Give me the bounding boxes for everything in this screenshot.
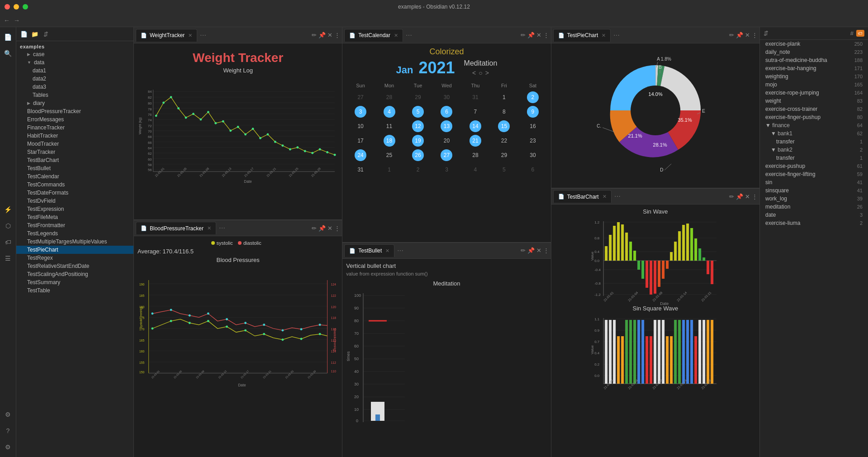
edit-icon6[interactable]: ✏: [729, 193, 734, 200]
cal-day[interactable]: 24: [355, 149, 366, 161]
cal-day[interactable]: 19: [412, 135, 424, 147]
cal-day[interactable]: 26: [412, 149, 424, 161]
maximize-button[interactable]: [23, 4, 28, 10]
cal-day[interactable]: 5: [412, 106, 424, 118]
pin-icon3[interactable]: 📌: [527, 32, 535, 38]
tag-bank2-transfer[interactable]: transfer 1: [760, 154, 868, 162]
pin-icon5[interactable]: 📌: [736, 32, 743, 38]
nav-plugins-icon[interactable]: ⚡: [1, 202, 15, 217]
close-panel-icon5[interactable]: ✕: [745, 32, 750, 38]
close-button[interactable]: [5, 4, 10, 10]
tag-sin[interactable]: sin 41: [760, 178, 868, 186]
tree-item-tfm[interactable]: TestFileMeta: [16, 213, 133, 221]
cal-day[interactable]: 6: [441, 106, 452, 118]
cal-today-btn[interactable]: ○: [479, 69, 482, 76]
cal-day[interactable]: 30: [441, 91, 452, 103]
cal-day[interactable]: 3: [355, 106, 366, 118]
cal-day[interactable]: 28: [470, 149, 481, 161]
tab-more-icon5[interactable]: ⋯: [613, 32, 620, 39]
cal-day[interactable]: 30: [527, 149, 539, 161]
cal-day[interactable]: 1: [498, 91, 510, 103]
nav-files-icon[interactable]: 📄: [1, 30, 15, 44]
tree-item-tco[interactable]: TestCommands: [16, 181, 133, 189]
tab-bpt[interactable]: 📄 BloodPressureTracker ✕: [136, 222, 216, 234]
tag-meditation[interactable]: meditation 26: [760, 203, 868, 211]
new-file-icon[interactable]: 📄: [20, 30, 28, 38]
cal-day[interactable]: 1: [384, 164, 395, 176]
tree-item-st[interactable]: StarTracker: [16, 148, 133, 156]
cal-day[interactable]: 11: [384, 120, 395, 132]
tree-item-tt[interactable]: TestTable: [16, 286, 133, 295]
more-icon6[interactable]: ⋮: [752, 193, 758, 200]
tree-item-te[interactable]: TestExpression: [16, 205, 133, 213]
cal-day[interactable]: 5: [498, 164, 510, 176]
tab-bullet-close[interactable]: ✕: [385, 248, 389, 254]
nav-tags-icon[interactable]: 🏷: [1, 235, 15, 249]
more-icon[interactable]: ⋮: [334, 32, 340, 38]
nav-outline-icon[interactable]: ☰: [1, 251, 15, 266]
tag-rope-jumping[interactable]: exercise-rope-jumping 164: [760, 89, 868, 97]
cal-day[interactable]: 18: [384, 135, 395, 147]
tab-bar-close[interactable]: ✕: [602, 194, 607, 200]
more-icon3[interactable]: ⋮: [543, 32, 549, 38]
tag-mojo[interactable]: mojo 165: [760, 81, 868, 89]
cal-day[interactable]: 25: [384, 149, 395, 161]
tree-item-tr[interactable]: TestRegex: [16, 254, 133, 262]
cal-day[interactable]: 22: [498, 135, 510, 147]
tag-exercise-liuma[interactable]: exercise-liuma 2: [760, 219, 868, 227]
cal-day[interactable]: 16: [527, 120, 539, 132]
cal-day[interactable]: 23: [527, 135, 539, 147]
nav-search-icon[interactable]: 🔍: [1, 46, 15, 61]
tag-weight[interactable]: weight 83: [760, 97, 868, 105]
tag-date[interactable]: date 3: [760, 211, 868, 219]
tab-testcalendar[interactable]: 📄 TestCalendar ✕: [344, 29, 403, 42]
tag-exercise-plank[interactable]: exercise-plank 250: [760, 40, 868, 48]
tree-item-tb[interactable]: TestBullet: [16, 164, 133, 172]
cal-day[interactable]: 7: [470, 106, 481, 118]
cal-day[interactable]: 13: [441, 120, 452, 132]
tree-item-ts[interactable]: TestSummary: [16, 278, 133, 286]
tree-item-diary[interactable]: ▶diary: [16, 99, 133, 107]
tree-item-tables[interactable]: Tables: [16, 91, 133, 99]
cal-next-btn[interactable]: >: [485, 69, 489, 76]
cal-day[interactable]: 29: [412, 91, 424, 103]
tab-weighttracker[interactable]: 📄 WeightTracker ✕: [136, 29, 197, 42]
tag-weighting[interactable]: weighting 170: [760, 72, 868, 81]
tree-item-tf[interactable]: TestFrontmatter: [16, 221, 133, 229]
close-panel-icon4[interactable]: ✕: [536, 247, 541, 254]
tag-cross-trainer[interactable]: exercise-cross-trainer 82: [760, 105, 868, 113]
tree-item-data1[interactable]: data1: [16, 67, 133, 75]
tag-icon[interactable]: #: [850, 30, 854, 37]
tag-bar-hanging[interactable]: exercise-bar-hanging 171: [760, 64, 868, 72]
edit-icon[interactable]: ✏: [312, 32, 317, 38]
tag-finger-pushup[interactable]: exercise-finger-pushup 80: [760, 113, 868, 121]
cal-day[interactable]: 15: [498, 120, 510, 132]
tree-item-trse[interactable]: TestRelativeStartEndDate: [16, 262, 133, 270]
tab-testpiechart[interactable]: 📄 TestPieChart ✕: [553, 29, 611, 42]
pin-icon[interactable]: 📌: [318, 32, 326, 38]
tab-cal-close[interactable]: ✕: [394, 33, 398, 38]
tag-work-log[interactable]: work_log 39: [760, 195, 868, 203]
nav-bottom2-icon[interactable]: ?: [1, 424, 15, 438]
cal-day[interactable]: 3: [441, 164, 452, 176]
cal-day[interactable]: 17: [355, 135, 366, 147]
tab-pie-close[interactable]: ✕: [602, 33, 606, 38]
tab-more-icon2[interactable]: ⋯: [219, 224, 225, 232]
close-panel-icon3[interactable]: ✕: [536, 32, 541, 38]
tree-item-bpt[interactable]: BloodPressureTracker: [16, 107, 133, 115]
tree-item-tdf[interactable]: TestDateFormats: [16, 189, 133, 197]
close-panel-icon6[interactable]: ✕: [745, 193, 750, 200]
cal-day[interactable]: 6: [527, 164, 539, 176]
tag-bank1[interactable]: ▼ bank1 62: [760, 129, 868, 138]
sort-tags-icon[interactable]: ⇵: [764, 30, 768, 37]
nav-bottom3-icon[interactable]: ⚙: [1, 440, 15, 454]
forward-icon[interactable]: →: [14, 17, 20, 24]
tree-item-tc[interactable]: TestCalendar: [16, 172, 133, 181]
tab-testbullet[interactable]: 📄 TestBullet ✕: [344, 244, 394, 257]
edit-icon4[interactable]: ✏: [521, 247, 526, 254]
edit-icon3[interactable]: ✏: [521, 32, 526, 38]
new-folder-icon[interactable]: 📁: [31, 30, 39, 38]
cal-day[interactable]: 28: [384, 91, 395, 103]
tab-close-icon[interactable]: ✕: [188, 33, 192, 38]
cal-day[interactable]: 8: [498, 106, 510, 118]
